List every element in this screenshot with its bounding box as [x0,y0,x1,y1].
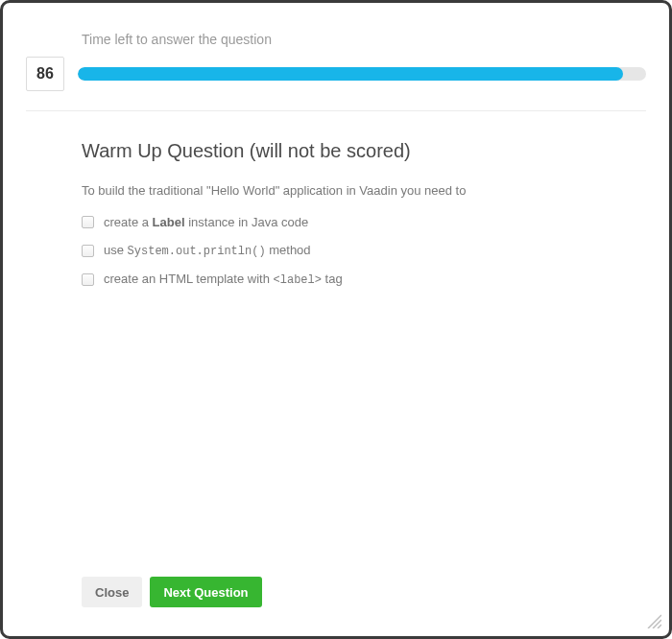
question-prompt: To build the traditional "Hello World" a… [82,183,646,198]
answer-label: create a Label instance in Java code [104,215,308,229]
dialog-frame: Time left to answer the question 86 Warm… [0,0,672,639]
answer-checkbox[interactable] [82,216,94,228]
question-area: Warm Up Question (will not be scored) To… [82,140,646,287]
question-title: Warm Up Question (will not be scored) [82,140,646,162]
timer-progress-fill [78,67,623,81]
dialog-inner: Time left to answer the question 86 Warm… [9,9,663,630]
answer-label: use System.out.println() method [104,243,311,258]
svg-line-1 [653,620,661,628]
dialog-footer: Close Next Question [82,577,262,607]
answer-option: create an HTML template with <label> tag [82,272,646,287]
timer-progress-track [78,67,646,81]
timer-remaining: 86 [26,57,64,91]
dialog-content: Time left to answer the question 86 Warm… [9,9,663,318]
timer-label: Time left to answer the question [82,32,646,47]
timer-row: 86 [26,57,646,111]
answer-checkbox[interactable] [82,245,94,257]
answer-option-list: create a Label instance in Java code use… [82,215,646,287]
resize-grip-icon [644,611,661,628]
svg-line-2 [658,625,661,628]
answer-label: create an HTML template with <label> tag [104,272,343,287]
next-question-button[interactable]: Next Question [150,577,261,607]
answer-option: create a Label instance in Java code [82,215,646,229]
answer-option: use System.out.println() method [82,243,646,258]
svg-line-0 [648,615,661,628]
answer-checkbox[interactable] [82,273,94,286]
close-button[interactable]: Close [82,577,142,607]
